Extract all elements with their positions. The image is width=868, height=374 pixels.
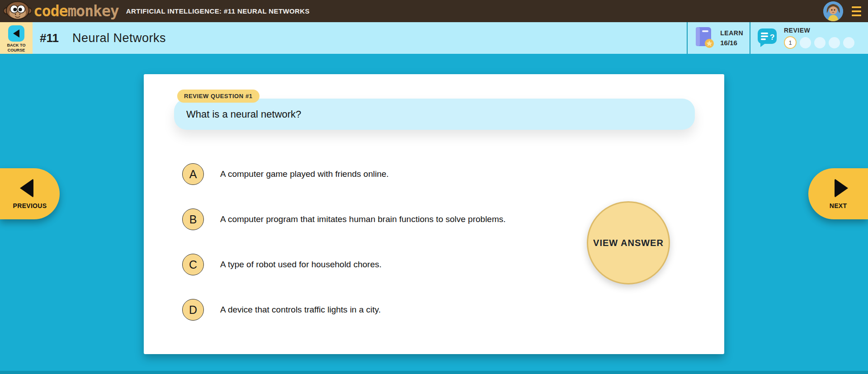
question-card: REVIEW QUESTION #1 What is a neural netw… [144,74,724,354]
previous-button[interactable]: PREVIOUS [0,168,60,219]
option-text: A type of robot used for household chore… [220,260,382,270]
main-area: PREVIOUS REVIEW QUESTION #1 What is a ne… [0,54,868,374]
course-title: ARTIFICIAL INTELLIGENCE: #11 NEURAL NETW… [126,7,310,15]
option-letter-badge[interactable]: B [182,208,204,230]
option-text: A computer program that imitates human b… [220,214,506,224]
review-step-active[interactable]: 1 [784,36,797,49]
option-text: A computer game played with friends onli… [220,169,389,179]
question-bubble: What is a neural network? [174,99,695,130]
learn-label: LEARN [720,29,743,37]
user-avatar[interactable] [823,1,843,21]
codemonkey-logo[interactable]: codemonkey [0,0,119,22]
review-section: ? REVIEW 1 [750,22,868,54]
lesson-bar: BACK TO COURSE #11 Neural Networks LEARN… [0,22,868,54]
next-button[interactable]: NEXT [808,168,868,219]
back-to-course-label: BACK TO COURSE [7,43,26,53]
previous-arrow-icon [20,179,33,198]
lesson-title: Neural Networks [72,31,166,45]
review-step-dot[interactable] [800,37,811,48]
learn-section[interactable]: LEARN 16/16 [687,22,750,54]
book-icon [695,26,715,50]
learn-progress: 16/16 [720,39,737,47]
brand-wordmark: codemonkey [33,2,119,20]
option-letter-badge[interactable]: C [182,254,204,275]
option-text: A device that controls traffic lights in… [220,305,381,315]
top-brand-bar: codemonkey ARTIFICIAL INTELLIGENCE: #11 … [0,0,868,22]
back-to-course-button[interactable]: BACK TO COURSE [0,22,33,54]
brand-part1: code [33,2,67,20]
answer-option-c[interactable]: C A type of robot used for household cho… [182,254,506,275]
menu-icon[interactable] [851,6,862,17]
review-step-dot[interactable] [814,37,826,48]
back-arrow-icon[interactable] [8,25,24,42]
svg-text:?: ? [770,33,774,42]
option-letter-badge[interactable]: D [182,299,204,321]
review-step-dot[interactable] [829,37,840,48]
review-question-badge: REVIEW QUESTION #1 [177,90,259,103]
question-text: What is a neural network? [186,109,301,120]
monkey-logo-icon [4,0,32,22]
option-letter-badge[interactable]: A [182,163,204,185]
next-label: NEXT [830,202,847,209]
answer-options: A A computer game played with friends on… [182,163,506,321]
next-arrow-icon [835,179,848,198]
lesson-number: #11 [40,31,59,45]
answer-option-a[interactable]: A A computer game played with friends on… [182,163,506,185]
answer-option-d[interactable]: D A device that controls traffic lights … [182,299,506,321]
brand-part2: monkey [67,2,118,20]
view-answer-button[interactable]: VIEW ANSWER [587,201,670,284]
chat-question-icon: ? [757,27,778,49]
previous-label: PREVIOUS [13,202,47,209]
review-label: REVIEW [784,27,854,34]
answer-option-b[interactable]: B A computer program that imitates human… [182,208,506,230]
review-progress: 1 [784,36,854,49]
bottom-edge-strip [0,371,868,374]
review-step-dot[interactable] [843,37,854,48]
